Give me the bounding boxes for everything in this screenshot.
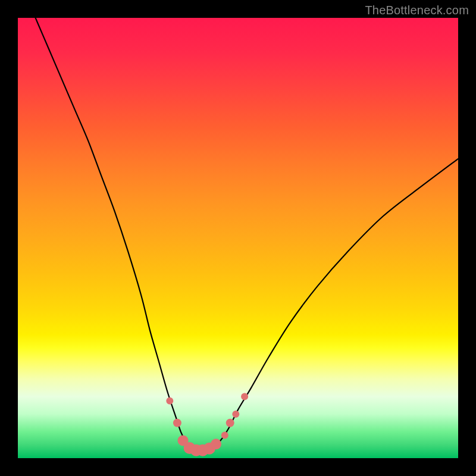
- chart-svg: [18, 18, 458, 458]
- highlight-point: [232, 411, 239, 418]
- chart-canvas: [18, 18, 458, 458]
- watermark-text: TheBottleneck.com: [365, 4, 469, 17]
- highlight-point: [166, 397, 173, 405]
- highlight-point: [241, 393, 248, 400]
- highlight-point: [221, 432, 228, 439]
- highlight-point: [226, 419, 234, 427]
- highlight-point: [211, 439, 221, 449]
- bottleneck-curve: [36, 18, 458, 450]
- highlight-point: [173, 419, 181, 427]
- highlight-markers: [166, 393, 248, 456]
